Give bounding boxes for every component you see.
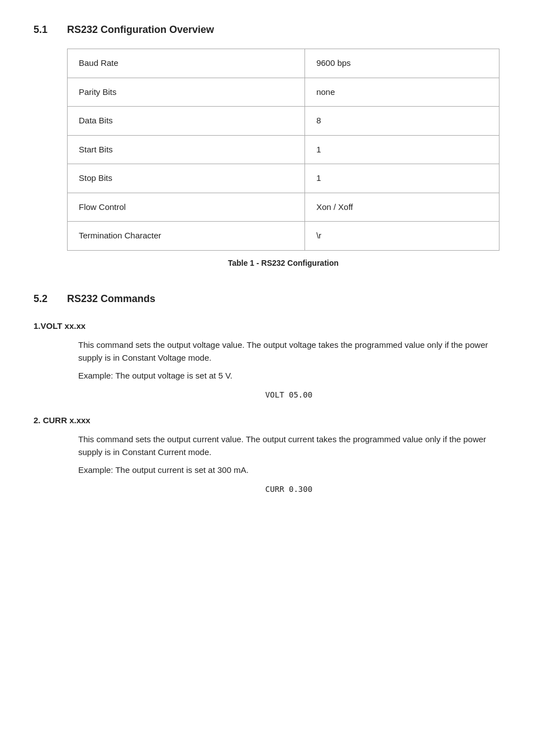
table-row: Baud Rate 9600 bps — [68, 49, 499, 78]
table-row: Termination Character \r — [68, 222, 499, 251]
section-51-heading: 5.1 RS232 Configuration Overview — [34, 22, 499, 37]
config-label: Stop Bits — [68, 164, 305, 193]
config-value: 1 — [305, 164, 499, 193]
command-example-code: CURR 0.300 — [78, 484, 499, 495]
section-52-title: RS232 Commands — [67, 291, 155, 307]
command-example-label: Example: The output current is set at 30… — [78, 464, 499, 477]
section-51-number: 5.1 — [34, 22, 56, 37]
table-row: Data Bits 8 — [68, 107, 499, 136]
command-example-label: Example: The output voltage is set at 5 … — [78, 370, 499, 382]
command-block: 2. CURR x.xxx This command sets the outp… — [34, 414, 499, 495]
command-description: This command sets the output current val… — [78, 433, 499, 458]
table-row: Stop Bits 1 — [68, 164, 499, 193]
config-label: Data Bits — [68, 107, 305, 136]
config-value: 9600 bps — [305, 49, 499, 78]
section-52-number: 5.2 — [34, 291, 56, 307]
config-value: 8 — [305, 107, 499, 136]
rs232-config-table: Baud Rate 9600 bps Parity Bits none Data… — [67, 49, 499, 251]
config-value: none — [305, 78, 499, 107]
config-value: Xon / Xoff — [305, 193, 499, 222]
table-caption: Table 1 - RS232 Configuration — [67, 257, 499, 269]
command-description: This command sets the output voltage val… — [78, 339, 499, 364]
section-51-title: RS232 Configuration Overview — [67, 22, 214, 37]
section-52-heading: 5.2 RS232 Commands — [34, 291, 499, 307]
command-example-code: VOLT 05.00 — [78, 389, 499, 401]
table-row: Flow Control Xon / Xoff — [68, 193, 499, 222]
command-heading: 1.VOLT xx.xx — [34, 320, 499, 333]
command-heading: 2. CURR x.xxx — [34, 414, 499, 427]
config-label: Start Bits — [68, 135, 305, 164]
table-row: Start Bits 1 — [68, 135, 499, 164]
command-body: This command sets the output current val… — [78, 433, 499, 495]
config-label: Baud Rate — [68, 49, 305, 78]
config-label: Termination Character — [68, 222, 305, 251]
config-value: 1 — [305, 135, 499, 164]
command-block: 1.VOLT xx.xx This command sets the outpu… — [34, 320, 499, 401]
config-value: \r — [305, 222, 499, 251]
table-row: Parity Bits none — [68, 78, 499, 107]
config-label: Flow Control — [68, 193, 305, 222]
config-label: Parity Bits — [68, 78, 305, 107]
command-body: This command sets the output voltage val… — [78, 339, 499, 401]
